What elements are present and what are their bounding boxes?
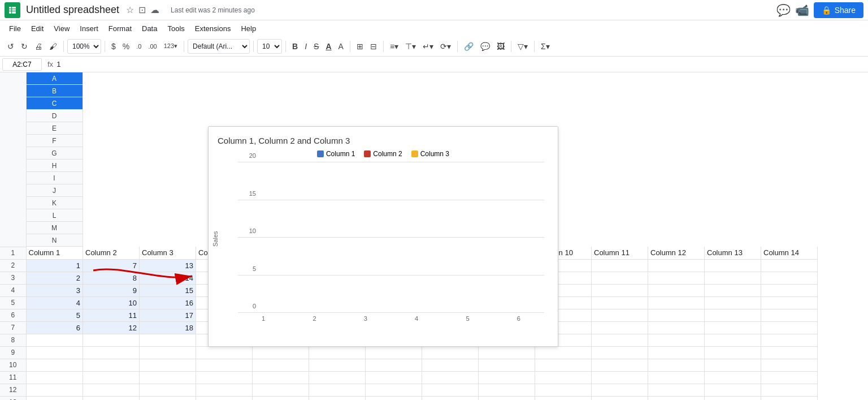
cell[interactable] [761,321,818,334]
cell[interactable]: 5 [26,309,83,321]
fill-color-button[interactable]: A [336,40,346,53]
cell[interactable] [83,359,140,371]
cell[interactable] [479,346,535,359]
cell[interactable] [592,272,648,284]
cell[interactable]: 17 [140,309,196,321]
cell[interactable] [648,384,705,396]
cell[interactable] [535,384,592,396]
cell[interactable] [648,284,705,296]
cell[interactable] [648,334,705,346]
cell[interactable] [253,384,309,396]
cell[interactable] [366,384,422,396]
cell[interactable]: Column 12 [648,247,705,259]
cell[interactable] [26,396,83,400]
col-header-E[interactable]: E [27,122,83,135]
menu-edit[interactable]: Edit [27,23,48,34]
bold-button[interactable]: B [289,40,301,53]
cell[interactable] [422,384,479,396]
col-header-F[interactable]: F [27,135,83,147]
print-button[interactable]: 🖨 [32,40,45,53]
percent-button[interactable]: % [120,40,132,53]
cell[interactable] [26,371,83,384]
merge-button[interactable]: ⊟ [367,40,380,53]
col-header-B[interactable]: B [27,85,83,97]
cell[interactable] [196,384,253,396]
cell[interactable] [648,259,705,272]
cell[interactable]: 8 [83,272,140,284]
menu-extensions[interactable]: Extensions [190,23,236,34]
filter-button[interactable]: ▽▾ [515,40,531,53]
menu-format[interactable]: Format [104,23,136,34]
col-header-G[interactable]: G [27,147,83,160]
cell[interactable] [705,296,761,309]
cell[interactable] [648,359,705,371]
cell[interactable]: 10 [83,296,140,309]
cell[interactable] [140,359,196,371]
cell[interactable]: 6 [26,321,83,334]
cell[interactable] [761,309,818,321]
cell[interactable] [26,384,83,396]
cell[interactable] [83,334,140,346]
cell[interactable] [309,396,366,400]
cell[interactable] [535,371,592,384]
font-select[interactable]: Default (Ari... [188,39,250,54]
cell[interactable]: Column 13 [705,247,761,259]
wrap-button[interactable]: ↵▾ [420,40,436,53]
menu-tools[interactable]: Tools [163,23,189,34]
cell[interactable] [479,384,535,396]
cell[interactable]: 7 [83,259,140,272]
cell[interactable] [26,334,83,346]
undo-button[interactable]: ↺ [5,40,17,53]
col-header-J[interactable]: J [27,184,83,197]
cell[interactable] [761,334,818,346]
cell[interactable]: Column 11 [592,247,648,259]
cell[interactable] [366,359,422,371]
menu-file[interactable]: File [5,23,25,34]
cell[interactable] [253,396,309,400]
cell[interactable] [535,359,592,371]
cell[interactable]: 2 [26,272,83,284]
cell[interactable] [592,321,648,334]
cell[interactable] [705,259,761,272]
cell[interactable] [761,384,818,396]
col-header-K[interactable]: K [27,197,83,209]
cell[interactable] [705,346,761,359]
formula-input[interactable] [57,58,866,71]
cell[interactable]: Column 1 [26,247,83,259]
cell[interactable] [140,384,196,396]
col-header-I[interactable]: I [27,172,83,184]
cell[interactable] [479,359,535,371]
cell[interactable] [309,371,366,384]
cell[interactable] [648,321,705,334]
cell[interactable] [196,371,253,384]
decimal-more-button[interactable]: .00 [145,41,159,51]
cell-reference-input[interactable] [2,58,42,71]
cell[interactable] [253,346,309,359]
cell[interactable] [648,272,705,284]
cell[interactable]: Column 3 [140,247,196,259]
cell[interactable] [83,396,140,400]
cell[interactable] [309,384,366,396]
cell[interactable] [366,396,422,400]
cell[interactable] [196,396,253,400]
folder-icon[interactable]: ⊡ [138,5,146,15]
cell[interactable] [83,371,140,384]
chart-container[interactable]: Column 1, Column 2 and Column 3 Column 1… [208,126,558,347]
insert-image-button[interactable]: 🖼 [494,40,507,53]
cell[interactable] [592,296,648,309]
menu-data[interactable]: Data [137,23,162,34]
cell[interactable] [479,396,535,400]
cell[interactable] [140,346,196,359]
cell[interactable] [366,371,422,384]
cell[interactable] [592,259,648,272]
cell[interactable] [705,384,761,396]
decimal-less-button[interactable]: .0 [133,41,144,51]
col-header-N[interactable]: N [27,234,83,247]
cell[interactable] [761,396,818,400]
cell[interactable] [648,371,705,384]
col-header-H[interactable]: H [27,160,83,172]
cell[interactable] [648,396,705,400]
cell[interactable] [761,259,818,272]
cell[interactable] [253,371,309,384]
cell[interactable] [83,384,140,396]
